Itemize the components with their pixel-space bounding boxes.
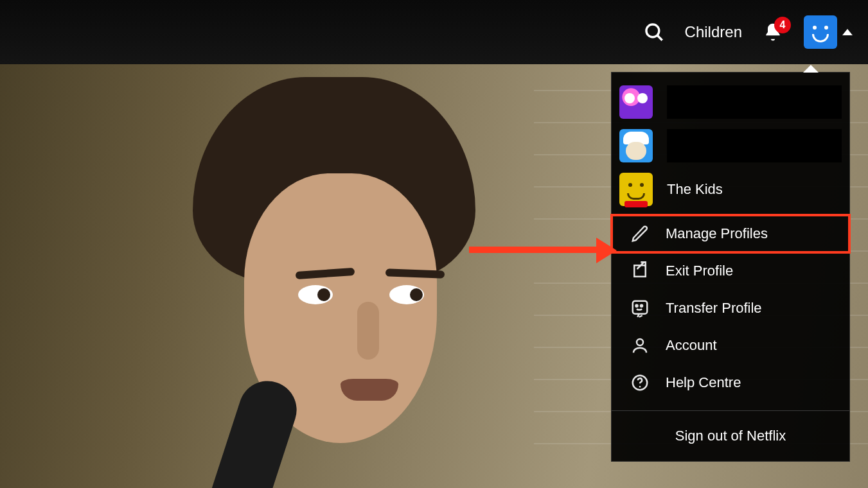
profile-name: The Kids (667, 181, 723, 198)
svg-point-7 (639, 386, 641, 388)
account-item[interactable]: Account (612, 327, 849, 364)
profile-item-kids[interactable]: The Kids (619, 171, 842, 207)
help-centre-item[interactable]: Help Centre (612, 364, 849, 401)
person-on-phone (167, 77, 501, 488)
notifications-button[interactable]: 4 (760, 19, 786, 45)
svg-point-0 (646, 24, 659, 37)
svg-point-3 (636, 305, 638, 307)
profile-avatar-sheep (619, 129, 653, 162)
children-link[interactable]: Children (685, 23, 742, 41)
account-label: Account (666, 337, 717, 354)
profile-menu-trigger[interactable] (804, 15, 853, 49)
search-icon (643, 21, 665, 43)
top-header: Children 4 (0, 0, 868, 64)
exit-icon (628, 259, 651, 283)
help-icon (628, 371, 651, 394)
transfer-profile-item[interactable]: Transfer Profile (612, 290, 849, 327)
exit-profile-label: Exit Profile (666, 263, 733, 279)
profile-name-redacted (667, 129, 842, 162)
help-centre-label: Help Centre (666, 374, 741, 391)
sign-out-item[interactable]: Sign out of Netflix (612, 414, 849, 461)
profile-list: The Kids (612, 73, 849, 213)
caret-up-icon (842, 29, 853, 35)
pencil-icon (628, 222, 651, 245)
person-icon (628, 334, 651, 357)
search-button[interactable] (641, 19, 667, 45)
menu-divider (612, 410, 849, 411)
profile-name-redacted (667, 85, 842, 119)
current-profile-avatar (804, 15, 837, 49)
svg-rect-2 (633, 301, 648, 314)
exit-profile-item[interactable]: Exit Profile (612, 252, 849, 290)
notification-badge: 4 (774, 17, 791, 33)
profile-item-1[interactable] (619, 84, 842, 120)
profile-item-2[interactable] (619, 128, 842, 164)
svg-line-1 (657, 35, 662, 40)
manage-profiles-label: Manage Profiles (666, 225, 768, 242)
transfer-profile-label: Transfer Profile (666, 300, 762, 317)
manage-profiles-item[interactable]: Manage Profiles (612, 215, 849, 252)
profile-dropdown: The Kids Manage Profiles Exit Profile (611, 72, 850, 462)
profile-avatar-purple (619, 85, 653, 119)
svg-point-4 (641, 305, 642, 307)
profile-actions: Manage Profiles Exit Profile Transfer Pr… (612, 213, 849, 408)
svg-point-5 (637, 339, 643, 345)
profile-avatar-kids (619, 173, 653, 206)
transfer-icon (628, 297, 651, 320)
